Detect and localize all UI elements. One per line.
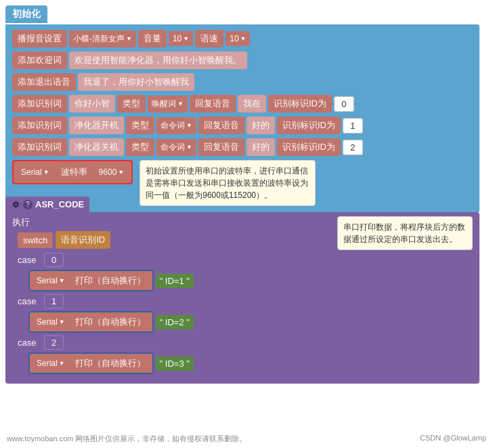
execute-label: 执行	[12, 216, 330, 228]
print-1-row: Serial ▼ 打印（自动换行） " ID=2 "	[28, 311, 330, 333]
voice-id-block: 语音识别ID	[56, 231, 110, 249]
print-1-box: Serial ▼ 打印（自动换行）	[28, 311, 154, 333]
recognize1-label: 添加识别词	[12, 95, 67, 113]
recognize2-reply-value: 好的	[246, 117, 275, 134]
case-0-section: case 0 Serial ▼ 打印（自动换行） " ID=	[18, 253, 330, 291]
print-0-box: Serial ▼ 打印（自动换行）	[28, 270, 154, 291]
case-2-label: case	[18, 338, 41, 348]
recognize2-reply-label: 回复语音	[198, 117, 244, 134]
row-recognize-1: 添加识别词 你好小智 类型 唤醒词 ▼ 回复语音 我在 识别标识ID为 0	[12, 95, 473, 113]
case-0-row: case 0	[18, 253, 330, 267]
case-0-value: 0	[44, 253, 64, 267]
footer: www.toymoban.com 网络图片仅供展示，非存储，如有侵权请联系删除。…	[0, 432, 493, 445]
recognize1-id-value[interactable]: 0	[334, 96, 354, 112]
row-broadcast-settings: 播报音设置 小蝶-清新女声 ▼ 音量 10 ▼ 语速 10 ▼	[12, 30, 473, 47]
row-exit-voice: 添加退出语音 我退了，用你好小智唤醒我	[12, 73, 473, 91]
init-body: 播报音设置 小蝶-清新女声 ▼ 音量 10 ▼ 语速 10 ▼ 添加欢迎词	[5, 24, 479, 213]
speed-arrow: ▼	[240, 35, 246, 42]
case-1-value: 1	[44, 294, 64, 308]
recognize2-label: 添加识别词	[12, 117, 67, 134]
print-1-label: 打印（自动换行）	[71, 314, 150, 330]
serial-1-dropdown[interactable]: Serial ▼	[33, 314, 69, 329]
asr-body: 执行 switch 语音识别ID case 0	[5, 212, 479, 384]
recognize1-id-label: 识别标识ID为	[268, 95, 332, 113]
case-2-section: case 2 Serial ▼ 打印（自动换行） " ID=	[18, 335, 330, 374]
recognize1-reply-value: 我在	[238, 95, 266, 113]
volume-arrow: ▼	[183, 35, 189, 42]
recognize2-id-label: 识别标识ID为	[277, 117, 341, 134]
voice-dropdown[interactable]: 小蝶-清新女声 ▼	[69, 30, 136, 47]
init-header: 初始化	[5, 5, 47, 23]
asr-content: 执行 switch 语音识别ID case 0	[12, 216, 473, 377]
asr-header: ⚙ ? ASR_CODE	[5, 197, 89, 212]
case-2-row: case 2	[18, 335, 330, 350]
recognize2-id-value[interactable]: 1	[343, 118, 363, 134]
asr-tooltip: 串口打印数据，将程序块后方的数据通过所设定的串口发送出去。	[337, 216, 473, 250]
row-recognize-2: 添加识别词 净化器开机 类型 命令词 ▼ 回复语音 好的 识别标识ID为 1	[12, 117, 473, 134]
case-2-value: 2	[44, 335, 64, 350]
print-0-row: Serial ▼ 打印（自动换行） " ID=1 "	[28, 270, 330, 291]
print-2-row: Serial ▼ 打印（自动换行） " ID=3 "	[28, 352, 330, 374]
recognize3-type-label: 类型	[126, 138, 154, 156]
case-1-row: case 1	[18, 294, 330, 308]
recognize3-type-arrow: ▼	[186, 144, 192, 150]
voice-dropdown-arrow: ▼	[126, 35, 132, 42]
string-2-value: " ID=3 "	[156, 357, 194, 371]
recognize1-reply-label: 回复语音	[190, 95, 236, 113]
speed-dropdown[interactable]: 10 ▼	[226, 31, 250, 46]
recognize1-word: 你好小智	[69, 95, 115, 113]
string-0-value: " ID=1 "	[156, 274, 194, 288]
recognize3-id-value[interactable]: 2	[343, 140, 363, 155]
switch-row: switch 语音识别ID	[18, 231, 330, 249]
row-welcome: 添加欢迎词 欢迎使用智能净化器，用你好小智唤醒我。	[12, 52, 473, 69]
serial-box: Serial ▼ 波特率 9600 ▼	[12, 160, 133, 184]
recognize3-word: 净化器关机	[69, 138, 124, 156]
row-recognize-3: 添加识别词 净化器关机 类型 命令词 ▼ 回复语音 好的 识别标识ID为 2	[12, 138, 473, 156]
welcome-label: 添加欢迎词	[12, 52, 67, 69]
welcome-text: 欢迎使用智能净化器，用你好小智唤醒我。	[69, 52, 247, 69]
serial-2-dropdown[interactable]: Serial ▼	[33, 356, 69, 371]
baud-dropdown[interactable]: 9600 ▼	[95, 165, 129, 180]
serial-arrow: ▼	[43, 169, 49, 176]
baud-label: 波特率	[56, 163, 93, 181]
recognize3-id-label: 识别标识ID为	[277, 138, 341, 156]
asr-title: ASR_CODE	[35, 199, 84, 209]
baud-arrow: ▼	[118, 169, 124, 176]
recognize3-type-dropdown[interactable]: 命令词 ▼	[156, 139, 196, 156]
asr-left: 执行 switch 语音识别ID case 0	[12, 216, 330, 377]
recognize3-reply-label: 回复语音	[198, 138, 244, 156]
recognize2-type-arrow: ▼	[186, 122, 192, 129]
recognize3-label: 添加识别词	[12, 138, 67, 156]
volume-label: 音量	[138, 30, 167, 47]
recognize1-type-arrow: ▼	[177, 100, 184, 107]
serial-0-arrow: ▼	[59, 277, 65, 284]
init-section: 初始化 播报音设置 小蝶-清新女声 ▼ 音量 10 ▼ 语速 10 ▼	[5, 5, 479, 213]
exit-text: 我退了，用你好小智唤醒我	[78, 73, 194, 91]
case-1-label: case	[18, 296, 41, 306]
broadcast-label: 播报音设置	[12, 30, 67, 47]
print-2-box: Serial ▼ 打印（自动换行）	[28, 352, 154, 374]
footer-left: www.toymoban.com 网络图片仅供展示，非存储，如有侵权请联系删除。	[7, 434, 246, 444]
footer-right: CSDN @GlowLamp	[420, 434, 486, 444]
gear-icon: ⚙	[11, 200, 20, 209]
volume-dropdown[interactable]: 10 ▼	[169, 31, 193, 46]
recognize1-type-label: 类型	[117, 95, 146, 113]
switch-block: switch	[18, 232, 53, 248]
recognize3-reply-value: 好的	[246, 138, 275, 156]
serial-dropdown[interactable]: Serial ▼	[17, 165, 53, 180]
question-icon: ?	[23, 200, 33, 209]
asr-section: ⚙ ? ASR_CODE 执行 switch 语音识别ID	[5, 197, 479, 384]
recognize2-word: 净化器开机	[69, 117, 124, 134]
case-1-section: case 1 Serial ▼ 打印（自动换行） " ID=	[18, 294, 330, 333]
serial-2-arrow: ▼	[59, 360, 65, 367]
case-0-label: case	[18, 255, 41, 265]
print-0-label: 打印（自动换行）	[71, 272, 150, 289]
serial-0-dropdown[interactable]: Serial ▼	[33, 273, 69, 288]
recognize2-type-label: 类型	[126, 117, 154, 134]
recognize1-type-dropdown[interactable]: 唤醒词 ▼	[148, 96, 188, 113]
string-1-value: " ID=2 "	[156, 315, 194, 329]
main-container: 初始化 播报音设置 小蝶-清新女声 ▼ 音量 10 ▼ 语速 10 ▼	[0, 0, 493, 448]
recognize2-type-dropdown[interactable]: 命令词 ▼	[156, 117, 196, 134]
print-2-label: 打印（自动换行）	[71, 355, 150, 371]
exit-label: 添加退出语音	[12, 73, 76, 91]
